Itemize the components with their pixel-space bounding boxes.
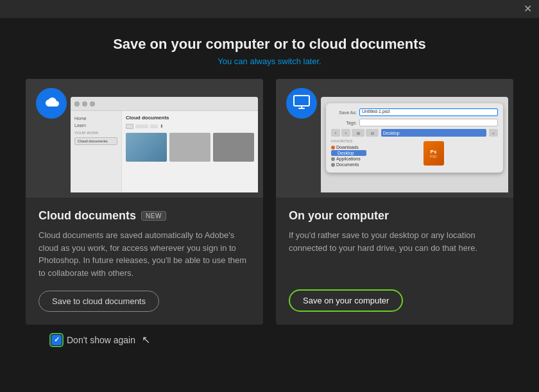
cloud-card-title: Cloud documents xyxy=(38,209,136,223)
tags-label: Tags: xyxy=(331,121,357,125)
dont-show-text: Don't show again xyxy=(67,335,135,345)
location-label: Desktop xyxy=(381,129,486,137)
monitor-icon-circle xyxy=(286,88,317,119)
cloud-card-preview: Home Learn YOUR WORK Cloud documents Clo… xyxy=(26,79,263,198)
mock-main-title: Cloud documents xyxy=(126,115,254,121)
favorites-label: Favorites xyxy=(331,139,366,143)
main-container: Save on your computer or to cloud docume… xyxy=(0,18,539,359)
cloud-preview-mockup: Home Learn YOUR WORK Cloud documents Clo… xyxy=(71,97,258,192)
top-bar: ✕ xyxy=(0,0,539,18)
save-on-computer-button[interactable]: Save on your computer xyxy=(289,289,403,312)
forward-btn: › xyxy=(341,129,350,137)
computer-card-preview: Save As: Untitled-1.psd Tags: ‹ › ⊞ ⊟ xyxy=(276,79,513,198)
downloads-item: Downloads xyxy=(331,144,366,150)
computer-card-description: If you'd rather save to your desktop or … xyxy=(289,229,501,278)
dialog-title: Save on your computer or to cloud docume… xyxy=(26,36,513,53)
cloud-icon-circle xyxy=(36,88,67,119)
tags-input xyxy=(359,119,498,126)
applications-item: Applications xyxy=(331,156,366,162)
computer-card-content: On your computer If you'd rather save to… xyxy=(276,198,513,325)
save-as-input: Untitled-1.psd xyxy=(359,108,498,116)
dialog-subtitle: You can always switch later. xyxy=(26,56,513,66)
computer-card: Save As: Untitled-1.psd Tags: ‹ › ⊞ ⊟ xyxy=(276,79,513,325)
footer: ✓ Don't show again ↖ xyxy=(26,325,513,346)
documents-item: Documents xyxy=(331,162,366,167)
mock-learn: Learn xyxy=(74,123,117,128)
view-btn: ⊞ xyxy=(352,129,364,137)
save-as-label: Save As: xyxy=(331,110,357,115)
svg-rect-0 xyxy=(294,96,309,106)
cloud-documents-card: Home Learn YOUR WORK Cloud documents Clo… xyxy=(26,79,263,325)
new-badge: NEW xyxy=(141,211,166,221)
computer-preview-mockup: Save As: Untitled-1.psd Tags: ‹ › ⊞ ⊟ xyxy=(321,97,508,192)
cloud-card-description: Cloud documents are saved automatically … xyxy=(38,229,250,279)
mock-home: Home xyxy=(74,116,117,121)
save-dialog-mockup: Save As: Untitled-1.psd Tags: ‹ › ⊞ ⊟ xyxy=(326,103,503,173)
monitor-icon xyxy=(293,95,310,112)
close-button[interactable]: ✕ xyxy=(521,3,534,15)
desktop-item: Desktop xyxy=(331,150,366,156)
dropdown-btn: ⌄ xyxy=(489,129,498,137)
back-btn: ‹ xyxy=(331,129,340,137)
computer-card-title: On your computer xyxy=(289,209,389,223)
psd-icon-sub: PSD xyxy=(430,155,436,158)
cloud-card-title-row: Cloud documents NEW xyxy=(38,209,250,223)
psd-file-icon: Ps PSD xyxy=(424,141,444,166)
cards-row: Home Learn YOUR WORK Cloud documents Clo… xyxy=(26,79,513,325)
save-to-cloud-button[interactable]: Save to cloud documents xyxy=(38,291,159,312)
save-dialog-main: Ps PSD xyxy=(369,139,498,167)
save-dialog-sidebar: Favorites Downloads Desktop xyxy=(331,139,366,167)
header: Save on your computer or to cloud docume… xyxy=(26,36,513,66)
checkmark-icon: ✓ xyxy=(54,336,60,343)
computer-card-title-row: On your computer xyxy=(289,209,501,223)
cursor-indicator: ↖ xyxy=(142,334,150,346)
dont-show-label[interactable]: ✓ Don't show again xyxy=(51,335,135,345)
cloud-icon xyxy=(43,96,60,111)
folder-btn: ⊟ xyxy=(366,129,379,137)
mock-your-work: YOUR WORK xyxy=(74,131,117,135)
psd-icon-text: Ps xyxy=(431,149,437,155)
cloud-card-content: Cloud documents NEW Cloud documents are … xyxy=(26,198,263,325)
dont-show-checkbox[interactable]: ✓ xyxy=(51,335,62,345)
mock-cloud-docs: Cloud documents xyxy=(74,137,117,145)
